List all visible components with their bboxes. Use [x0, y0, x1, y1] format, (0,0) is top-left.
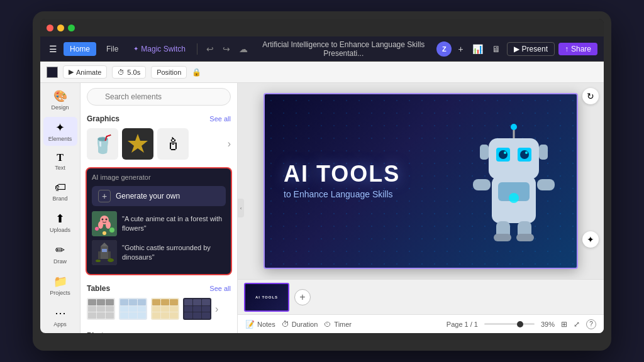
sidebar-item-apps[interactable]: ⋯ Apps	[43, 302, 77, 331]
search-input[interactable]	[87, 88, 231, 106]
duration-icon: ⏱	[282, 320, 289, 329]
text-label: Text	[55, 165, 65, 171]
hamburger-menu[interactable]: ☰	[47, 41, 60, 57]
undo-button[interactable]: ↩	[204, 43, 216, 55]
svg-point-17	[108, 258, 114, 262]
sidebar-item-brand[interactable]: 🏷 Brand	[43, 177, 77, 206]
graphics-arrow-icon[interactable]: ›	[228, 138, 231, 150]
graphic-item-candle[interactable]: 🕯	[157, 128, 189, 160]
svg-point-28	[525, 151, 528, 154]
design-label: Design	[51, 104, 69, 111]
brand-label: Brand	[52, 195, 67, 202]
graphics-row: 🥤 🕯 ›	[80, 126, 237, 165]
apps-label: Apps	[53, 321, 67, 327]
duration-button[interactable]: ⏱ Duration	[282, 320, 318, 329]
svg-rect-12	[98, 251, 101, 259]
duration-label: Duration	[292, 321, 318, 328]
table-thumb-3[interactable]	[151, 298, 179, 320]
svg-point-5	[102, 219, 104, 221]
color-swatch[interactable]	[47, 67, 58, 78]
svg-point-3	[98, 221, 103, 229]
generate-your-own-button[interactable]: + Generate your own	[92, 186, 226, 206]
svg-point-26	[520, 150, 529, 159]
table-thumb-4[interactable]	[183, 298, 211, 320]
sidebar-item-uploads[interactable]: ⬆ Uploads	[43, 208, 77, 237]
add-slide-button[interactable]: +	[294, 289, 311, 305]
ai-generator-title: AI image generator	[92, 173, 226, 181]
svg-point-9	[103, 231, 106, 235]
redo-button[interactable]: ↪	[220, 43, 233, 55]
magic-switch-button[interactable]: ✦ Magic Switch	[128, 42, 191, 56]
maximize-button[interactable]	[68, 25, 75, 31]
lock-icon: 🔒	[192, 68, 201, 77]
position-label: Position	[157, 69, 181, 76]
share-button[interactable]: ↑ Share	[558, 43, 597, 55]
secondary-toolbar: ▶ Animate ⏱ 5.0s Position 🔒	[40, 62, 604, 83]
slide-canvas[interactable]: AI TOOLS to Enhance Language Skills	[264, 93, 578, 269]
minimize-button[interactable]	[57, 25, 64, 31]
refresh-button[interactable]: ↻	[582, 88, 599, 104]
home-tab[interactable]: Home	[64, 42, 96, 56]
text-icon: T	[57, 152, 64, 163]
graphics-title: Graphics	[87, 114, 119, 123]
ai-example-1[interactable]: "A cute anime cat in a forest with flowe…	[92, 211, 226, 236]
fullscreen-icon[interactable]: ⤢	[574, 320, 580, 329]
slide-text-area: AI TOOLS to Enhance Language Skills	[284, 163, 400, 199]
sidebar-item-draw[interactable]: ✏ Draw	[43, 239, 77, 268]
table-thumb-1[interactable]	[87, 298, 115, 320]
animate-label: Animate	[76, 69, 101, 76]
tables-grid: ›	[80, 295, 237, 325]
apps-icon: ⋯	[55, 306, 66, 320]
graphics-see-all[interactable]: See all	[209, 115, 231, 123]
user-avatar[interactable]: Z	[436, 41, 452, 57]
document-title: Artificial Intelligence to Enhance Langu…	[254, 40, 433, 58]
ai-generator-box: AI image generator + Generate your own	[86, 167, 232, 275]
table-thumb-2[interactable]	[119, 298, 147, 320]
ai-example-2[interactable]: "Gothic castle surrounded by dinosaurs"	[92, 240, 226, 265]
animate-button[interactable]: ▶ Animate	[63, 65, 107, 79]
close-button[interactable]	[47, 25, 53, 31]
file-tab[interactable]: File	[100, 42, 125, 56]
graphic-item-star[interactable]	[122, 128, 153, 160]
search-wrap: 🔍	[87, 88, 231, 106]
present-icon: ▶	[514, 45, 519, 53]
tables-see-all[interactable]: See all	[209, 285, 231, 292]
canvas-scroll-area: AI TOOLS to Enhance Language Skills	[238, 83, 604, 279]
clock-icon: ⏱	[118, 69, 125, 76]
position-button[interactable]: Position	[151, 66, 187, 79]
svg-marker-0	[128, 134, 148, 153]
sidebar-item-projects[interactable]: 📁 Projects	[43, 271, 77, 300]
elements-panel-wrapper: 🔍 Graphics See all 🥤	[80, 83, 238, 333]
zoom-thumb	[517, 321, 523, 327]
share-label: Share	[571, 45, 591, 53]
zoom-slider[interactable]	[484, 323, 535, 325]
timer-button[interactable]: ⏲ Timer	[324, 320, 352, 329]
laptop-screen: ☰ Home File ✦ Magic Switch ↩ ↪ ☁ Artific…	[40, 19, 604, 333]
grid-view-icon[interactable]: ⊞	[561, 320, 567, 329]
plus-button[interactable]: +	[455, 43, 465, 55]
present-button[interactable]: ▶ Present	[507, 42, 555, 56]
notes-icon: 📝	[245, 320, 255, 329]
slide-thumbnail-1[interactable]: AI TOOLS	[244, 283, 289, 312]
duration-button[interactable]: ⏱ 5.0s	[112, 66, 146, 79]
graphic-item-can[interactable]: 🥤	[87, 128, 118, 160]
svg-point-6	[106, 219, 108, 221]
svg-rect-32	[539, 145, 548, 160]
photos-see-all[interactable]: See all	[209, 332, 231, 333]
tables-arrow-icon[interactable]: ›	[215, 304, 218, 315]
traffic-lights	[47, 25, 75, 31]
elements-panel: 🔍 Graphics See all 🥤	[80, 83, 238, 333]
sidebar-item-design[interactable]: 🎨 Design	[43, 85, 77, 114]
sparkle-button[interactable]: ✦	[582, 231, 599, 248]
panel-collapse-button[interactable]: ‹	[238, 199, 244, 217]
sidebar-item-elements[interactable]: ✦ Elements	[43, 117, 77, 146]
magic-switch-label: Magic Switch	[141, 45, 186, 53]
thumb-text: AI TOOLS	[255, 295, 278, 299]
notes-label: Notes	[257, 321, 275, 328]
title-bar	[40, 19, 604, 36]
notes-button[interactable]: 📝 Notes	[245, 320, 275, 329]
thumbnail-strip: AI TOOLS +	[238, 279, 604, 314]
help-icon[interactable]: ?	[586, 319, 596, 329]
uploads-icon: ⬆	[55, 212, 65, 226]
sidebar-item-text[interactable]: T Text	[43, 148, 77, 175]
